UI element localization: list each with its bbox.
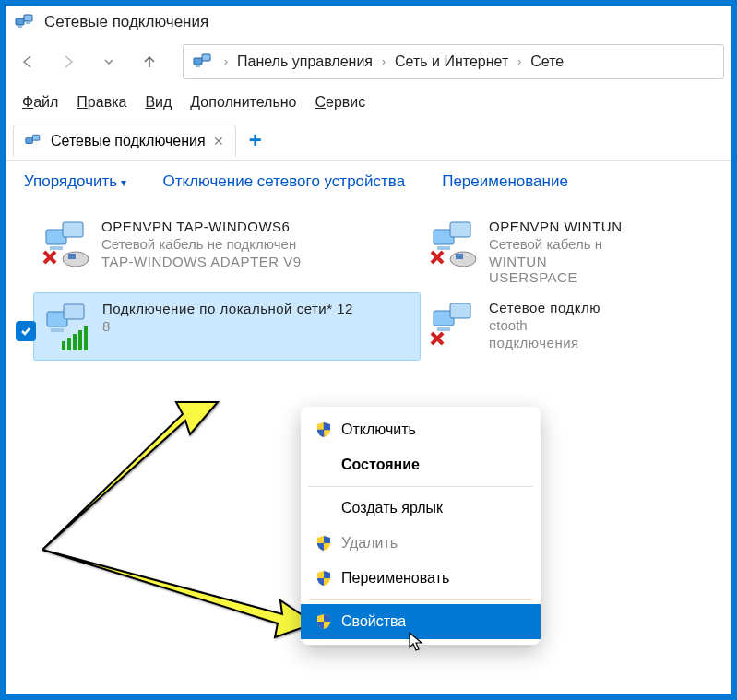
network-adapter-icon bbox=[428, 219, 480, 270]
network-icon bbox=[15, 13, 37, 31]
connection-name: Сетевое подклю bbox=[489, 300, 600, 315]
connection-name: OPENVPN WINTUN bbox=[489, 219, 635, 234]
network-adapter-icon bbox=[41, 219, 92, 270]
svg-rect-18 bbox=[456, 254, 463, 259]
connection-item[interactable]: Сетевое подклю etooth подключения bbox=[421, 292, 642, 361]
shield-icon bbox=[315, 535, 332, 552]
svg-rect-4 bbox=[194, 58, 202, 65]
svg-rect-11 bbox=[50, 246, 63, 250]
ctx-rename[interactable]: Переименовать bbox=[301, 561, 541, 596]
chevron-right-icon: › bbox=[224, 55, 228, 68]
menu-view[interactable]: Вид bbox=[137, 90, 179, 114]
connection-adapter: подключения bbox=[489, 335, 600, 350]
svg-rect-20 bbox=[64, 304, 84, 319]
titlebar: Сетевые подключения bbox=[6, 6, 731, 39]
svg-rect-15 bbox=[450, 222, 470, 237]
connection-adapter: TAP-WINDOWS ADAPTER V9 bbox=[101, 254, 302, 269]
add-tab-button[interactable]: + bbox=[240, 124, 271, 157]
tabbar: Сетевые подключения ✕ + bbox=[6, 120, 731, 161]
back-button[interactable] bbox=[13, 47, 42, 77]
disable-device-button[interactable]: Отключение сетевого устройства bbox=[163, 172, 406, 191]
svg-rect-10 bbox=[63, 222, 83, 237]
ctx-label: Создать ярлык bbox=[341, 500, 443, 516]
svg-rect-29 bbox=[437, 327, 450, 331]
menu-service[interactable]: Сервис bbox=[308, 90, 374, 114]
close-icon[interactable]: ✕ bbox=[213, 134, 224, 148]
menu-extra[interactable]: Дополнительно bbox=[183, 90, 303, 114]
svg-rect-23 bbox=[67, 338, 71, 350]
svg-rect-5 bbox=[202, 54, 210, 61]
menu-edit[interactable]: Правка bbox=[69, 90, 134, 114]
connection-name: OPENVPN TAP-WINDOWS6 bbox=[101, 219, 302, 234]
connection-status: Сетевой кабель не подключен bbox=[101, 236, 302, 252]
svg-rect-7 bbox=[26, 137, 32, 143]
connection-adapter: WINTUN USERSPACE bbox=[489, 254, 635, 285]
ctx-label: Состояние bbox=[341, 457, 420, 473]
ctx-delete[interactable]: Удалить bbox=[301, 526, 541, 561]
connection-item[interactable]: OPENVPN TAP-WINDOWS6 Сетевой кабель не п… bbox=[33, 211, 421, 292]
window-title: Сетевые подключения bbox=[44, 13, 208, 31]
ctx-label: Свойства bbox=[341, 613, 406, 630]
recent-button[interactable] bbox=[94, 47, 124, 77]
menu-file[interactable]: Файл bbox=[15, 90, 65, 114]
connection-name: Подключение по локальной сети* 12 bbox=[102, 301, 353, 316]
menu-separator bbox=[308, 486, 533, 487]
context-menu: Отключить Состояние Создать ярлык Удалит… bbox=[301, 407, 541, 645]
connections-list: OPENVPN TAP-WINDOWS6 Сетевой кабель не п… bbox=[6, 202, 731, 370]
ctx-status[interactable]: Состояние bbox=[301, 447, 541, 482]
network-icon bbox=[25, 133, 43, 149]
arrange-button[interactable]: Упорядочить bbox=[24, 172, 126, 191]
svg-rect-22 bbox=[62, 341, 65, 350]
connection-status: etooth bbox=[489, 317, 600, 333]
ctx-label: Отключить bbox=[341, 421, 416, 438]
svg-rect-3 bbox=[26, 22, 30, 24]
tab-label: Сетевые подключения bbox=[51, 133, 206, 149]
cursor-icon bbox=[408, 631, 426, 653]
shield-icon bbox=[315, 613, 332, 630]
svg-rect-26 bbox=[84, 326, 88, 350]
svg-rect-0 bbox=[16, 18, 24, 25]
up-button[interactable] bbox=[135, 47, 164, 77]
svg-rect-16 bbox=[437, 246, 450, 250]
toolbar: Упорядочить Отключение сетевого устройст… bbox=[6, 161, 731, 202]
shield-icon bbox=[315, 421, 332, 438]
connection-item-selected[interactable]: Подключение по локальной сети* 12 8 bbox=[33, 292, 421, 361]
forward-button[interactable] bbox=[53, 47, 83, 77]
svg-rect-28 bbox=[450, 303, 470, 318]
svg-rect-21 bbox=[51, 328, 64, 332]
svg-rect-8 bbox=[32, 135, 40, 140]
breadcrumb-item[interactable]: Сеть и Интернет bbox=[395, 53, 508, 70]
annotation-arrow bbox=[24, 393, 319, 651]
ctx-disable[interactable]: Отключить bbox=[301, 412, 541, 447]
menu-separator bbox=[308, 599, 533, 600]
connection-item[interactable]: OPENVPN WINTUN Сетевой кабель н WINTUN U… bbox=[421, 211, 642, 292]
svg-rect-1 bbox=[24, 15, 32, 21]
connection-status: Сетевой кабель н bbox=[489, 236, 635, 252]
ctx-label: Переименовать bbox=[341, 570, 449, 587]
navbar: › Панель управления › Сеть и Интернет › … bbox=[6, 39, 731, 85]
menubar: Файл Правка Вид Дополнительно Сервис bbox=[6, 85, 731, 120]
checkbox-checked-icon[interactable] bbox=[16, 321, 36, 341]
network-adapter-icon bbox=[42, 301, 93, 352]
ctx-label: Удалить bbox=[341, 535, 398, 552]
chevron-right-icon: › bbox=[517, 55, 521, 68]
svg-rect-6 bbox=[196, 65, 200, 67]
network-icon bbox=[193, 53, 215, 71]
svg-rect-2 bbox=[18, 26, 22, 28]
connection-adapter: 8 bbox=[102, 318, 353, 334]
svg-rect-25 bbox=[78, 330, 82, 350]
rename-button[interactable]: Переименование bbox=[442, 172, 568, 191]
ctx-shortcut[interactable]: Создать ярлык bbox=[301, 491, 541, 526]
breadcrumb-item[interactable]: Панель управления bbox=[237, 53, 373, 70]
tab-network-connections[interactable]: Сетевые подключения ✕ bbox=[13, 125, 236, 157]
shield-icon bbox=[315, 570, 332, 587]
breadcrumb-item[interactable]: Сете bbox=[530, 53, 564, 70]
svg-rect-13 bbox=[68, 254, 76, 259]
breadcrumb[interactable]: › Панель управления › Сеть и Интернет › … bbox=[183, 44, 724, 79]
network-adapter-icon bbox=[428, 300, 480, 351]
svg-rect-24 bbox=[73, 334, 77, 350]
chevron-right-icon: › bbox=[382, 55, 386, 68]
